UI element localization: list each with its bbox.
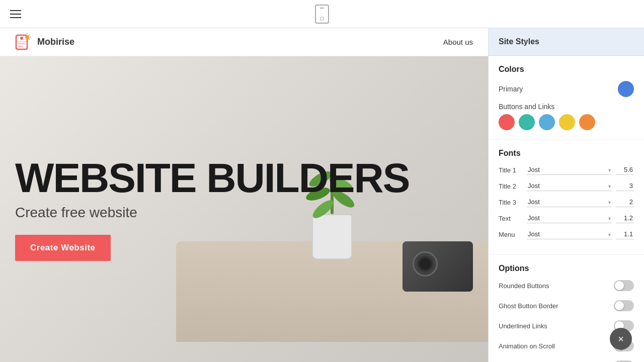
- topbar: [0, 0, 644, 28]
- svg-point-5: [25, 35, 29, 39]
- camera-body: [403, 241, 473, 292]
- font-size-title3[interactable]: [616, 197, 634, 207]
- svg-rect-2: [16, 41, 27, 42]
- option-ghost-button-border: Ghost Button Border: [499, 300, 634, 311]
- font-select-text[interactable]: JostRobotoOpen Sans: [527, 213, 612, 223]
- ghost-button-toggle[interactable]: [614, 300, 634, 311]
- font-row-text: Text JostRobotoOpen Sans ▾: [499, 213, 634, 223]
- options-section-title: Options: [499, 264, 634, 273]
- buttons-links-row: Buttons and Links: [499, 102, 634, 130]
- font-label-title2: Title 2: [499, 183, 523, 190]
- create-website-button[interactable]: Create Website: [15, 235, 111, 261]
- font-select-title1[interactable]: JostRobotoOpen Sans: [527, 165, 612, 175]
- font-size-title1[interactable]: [616, 165, 634, 175]
- panel-title: Site Styles: [499, 37, 539, 46]
- font-size-text[interactable]: [616, 213, 634, 223]
- color-options-row: [499, 114, 634, 130]
- panel-header: Site Styles: [489, 28, 644, 56]
- color-option-orange[interactable]: [579, 114, 595, 130]
- fonts-section-title: Fonts: [499, 149, 634, 158]
- font-row-title1: Title 1 JostRobotoOpen Sans ▾: [499, 165, 634, 175]
- font-size-menu[interactable]: [616, 229, 634, 239]
- hero-title: WEBSITE BUILDERS: [15, 157, 409, 199]
- font-select-wrapper-title3: JostRobotoOpen Sans ▾: [527, 197, 612, 207]
- svg-rect-3: [18, 43, 25, 44]
- font-size-title2[interactable]: [616, 181, 634, 191]
- font-select-wrapper-title2: JostRobotoOpen Sans ▾: [527, 181, 612, 191]
- font-row-title3: Title 3 JostRobotoOpen Sans ▾: [499, 197, 634, 207]
- option-rounded-buttons-label: Rounded Buttons: [499, 282, 549, 290]
- preview-area: Mobirise About us: [0, 28, 488, 362]
- preview-logo: Mobirise: [15, 33, 74, 51]
- color-option-teal[interactable]: [519, 114, 535, 130]
- font-row-title2: Title 2 JostRobotoOpen Sans ▾: [499, 181, 634, 191]
- main-area: Mobirise About us: [0, 28, 644, 362]
- rounded-buttons-toggle[interactable]: [614, 280, 634, 291]
- font-label-title3: Title 3: [499, 199, 523, 206]
- font-select-title3[interactable]: JostRobotoOpen Sans: [527, 197, 612, 207]
- close-fab-button[interactable]: ×: [610, 328, 632, 350]
- font-row-menu: Menu JostRobotoOpen Sans ▾: [499, 229, 634, 239]
- font-label-title1: Title 1: [499, 166, 523, 174]
- svg-point-1: [20, 37, 23, 40]
- option-animation-scroll-label: Animation on Scroll: [499, 342, 555, 350]
- font-select-wrapper-text: JostRobotoOpen Sans ▾: [527, 213, 612, 223]
- preview-navbar: Mobirise About us: [0, 28, 488, 56]
- font-select-wrapper-menu: JostRobotoOpen Sans ▾: [527, 229, 612, 239]
- colors-section: Colors Primary Buttons and Links: [489, 56, 644, 140]
- nav-about-link[interactable]: About us: [443, 38, 473, 46]
- fonts-section: Fonts Title 1 JostRobotoOpen Sans ▾ Titl…: [489, 140, 644, 255]
- svg-line-8: [29, 35, 30, 36]
- hero-section: WEBSITE BUILDERS Create free website Cre…: [0, 56, 488, 362]
- camera-lens: [413, 251, 438, 277]
- logo-text: Mobirise: [37, 37, 74, 47]
- menu-icon[interactable]: [10, 10, 21, 18]
- primary-color-row: Primary: [499, 81, 634, 97]
- logo-icon: [15, 33, 33, 51]
- right-panel: Site Styles Colors Primary Buttons and L…: [488, 28, 644, 362]
- primary-color-circle[interactable]: [618, 81, 634, 97]
- font-label-menu: Menu: [499, 231, 523, 238]
- font-label-text: Text: [499, 215, 523, 222]
- option-underlined-links-label: Underlined Links: [499, 322, 547, 330]
- svg-rect-4: [18, 46, 23, 47]
- mobile-device-icon[interactable]: [315, 5, 329, 24]
- hero-content: WEBSITE BUILDERS Create free website Cre…: [15, 157, 409, 261]
- color-option-red[interactable]: [499, 114, 515, 130]
- buttons-links-label: Buttons and Links: [499, 103, 554, 111]
- close-icon: ×: [618, 333, 624, 345]
- color-option-blue[interactable]: [539, 114, 555, 130]
- option-ghost-button-label: Ghost Button Border: [499, 302, 558, 310]
- font-select-menu[interactable]: JostRobotoOpen Sans: [527, 229, 612, 239]
- color-option-yellow[interactable]: [559, 114, 575, 130]
- svg-line-9: [29, 39, 30, 40]
- primary-color-label: Primary: [499, 85, 523, 93]
- hero-subtitle: Create free website: [15, 205, 409, 221]
- colors-section-title: Colors: [499, 65, 634, 74]
- option-rounded-buttons: Rounded Buttons: [499, 280, 634, 291]
- font-select-wrapper-title1: JostRobotoOpen Sans ▾: [527, 165, 612, 175]
- font-select-title2[interactable]: JostRobotoOpen Sans: [527, 181, 612, 191]
